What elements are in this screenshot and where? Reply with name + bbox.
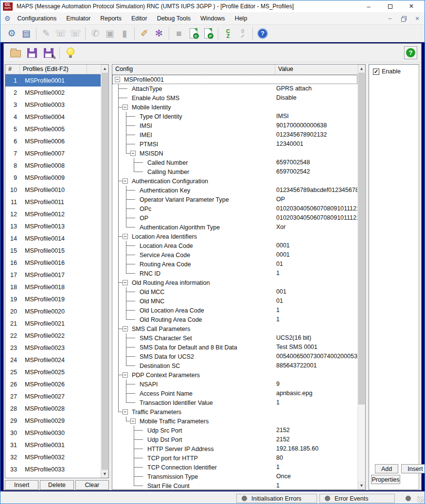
tree-row[interactable]: Authentication Configuration [112, 176, 357, 186]
profiles-scrollbar[interactable]: ▲ ▼ [101, 65, 108, 478]
tree-row[interactable]: Service Area Code0001 [112, 250, 357, 260]
tree-collapse-box-icon[interactable] [123, 104, 128, 110]
save-profile-button[interactable] [25, 46, 39, 60]
tree-row[interactable]: Authentication Key0123456789abcdef012345… [112, 186, 357, 195]
menu-windows[interactable]: Windows [195, 13, 230, 24]
tips-button[interactable] [64, 46, 77, 60]
enable-checkbox[interactable]: ✓ [373, 69, 379, 75]
tree-scrollbar[interactable]: ▲ ▼ [357, 65, 365, 489]
insert-button[interactable]: Insert [5, 480, 38, 490]
tree-row[interactable]: Mobile Traffic Parameters [112, 417, 357, 426]
close-button[interactable]: × [407, 2, 416, 11]
scrollbar-thumb[interactable] [358, 73, 365, 404]
tree-row[interactable]: SMS Data for UCS200540065007300740020005… [112, 352, 357, 361]
profile-list-row[interactable]: 27MSProfile0027 [5, 390, 101, 402]
tree-collapse-box-icon[interactable] [130, 151, 136, 156]
edit-script-icon[interactable]: ✎ [39, 27, 53, 40]
pause-square-icon[interactable]: ■ [172, 27, 186, 40]
scroll-down-arrow-icon[interactable]: ▼ [358, 482, 365, 489]
outgoing-call-icon[interactable]: ☏ [53, 27, 68, 40]
profile-list-row[interactable]: 12MSProfile0012 [5, 208, 101, 220]
profile-list-row[interactable]: 8MSProfile0008 [5, 159, 101, 172]
scrollbar-thumb[interactable] [102, 73, 108, 469]
profile-list-row[interactable]: 32MSProfile0032 [5, 451, 101, 463]
profile-list-row[interactable]: 25MSProfile0025 [5, 366, 101, 378]
tree-row[interactable]: Authentication Algorithm TypeXor [112, 223, 357, 232]
tree-row[interactable]: Transmission TypeOnce [112, 472, 357, 481]
mdi-restore-button[interactable] [400, 15, 407, 22]
menu-reports[interactable]: Reports [95, 13, 126, 24]
tree-row[interactable]: SMS Character SetUCS2(16 bit) [112, 333, 357, 343]
profile-list-row[interactable]: 24MSProfile0024 [5, 354, 101, 366]
tree-row[interactable]: OP0102030405060708091011121... [112, 213, 357, 223]
profile-list-row[interactable]: 9MSProfile0009 [5, 172, 101, 184]
tree-row[interactable]: Called Number6597002548 [112, 158, 357, 167]
tree-row[interactable]: HTTP Server IP Address192.168.185.60 [112, 444, 357, 453]
tree-row[interactable]: NSAPI9 [112, 380, 357, 389]
menu-emulator[interactable]: Emulator [61, 13, 95, 24]
mdi-close-button[interactable]: × [414, 15, 421, 22]
insert-right-button[interactable]: Insert [401, 464, 425, 473]
profile-list-row[interactable]: 21MSProfile0021 [5, 317, 101, 330]
tree-row[interactable]: Destination SC885643722001 [112, 361, 357, 370]
tree-row[interactable]: PDP Context Parameters [112, 370, 357, 380]
profile-list-row[interactable]: 26MSProfile0026 [5, 378, 101, 390]
tree-row[interactable]: Start File Count1 [112, 481, 357, 489]
menu-debug-tools[interactable]: Debug Tools [152, 13, 195, 24]
profile-list-row[interactable]: 31MSProfile0031 [5, 439, 101, 451]
tree-row[interactable]: SMS Data for Default and 8 Bit DataTest … [112, 343, 357, 352]
profile-list-row[interactable]: 1MSProfile0001 [5, 74, 101, 87]
profile-list-row[interactable]: 20MSProfile0020 [5, 305, 101, 317]
tree-row[interactable]: Location Area Code0001 [112, 241, 357, 250]
profile-list-row[interactable]: 22MSProfile0022 [5, 330, 101, 342]
tree-row[interactable]: Old Routing Area information [112, 278, 357, 287]
tree-row[interactable]: Transaction Identifier Value1 [112, 398, 357, 407]
tree-row[interactable]: Access Point Nameapnbasic.epg [112, 389, 357, 398]
profile-list-row[interactable]: 23MSProfile0023 [5, 342, 101, 354]
tree-collapse-box-icon[interactable] [130, 418, 136, 424]
cz-sequence-icon[interactable]: CZ [221, 27, 235, 40]
value-column-header[interactable]: Value [275, 65, 357, 75]
scroll-down-arrow-icon[interactable]: ▼ [101, 470, 108, 478]
profiles-col-number[interactable]: # [5, 65, 20, 74]
call-events-log-icon[interactable]: C [186, 27, 201, 40]
stop-icon[interactable]: ▮ [117, 27, 132, 40]
profile-list-row[interactable]: 16MSProfile0016 [5, 257, 101, 269]
tree-collapse-box-icon[interactable] [123, 234, 128, 239]
tree-collapse-box-icon[interactable] [123, 280, 128, 285]
menu-editor[interactable]: Editor [126, 13, 152, 24]
tree-row[interactable]: RNC ID1 [112, 269, 357, 278]
tree-row[interactable]: Old Location Area Code1 [112, 306, 357, 315]
tree-row[interactable]: Enable Auto SMSDisable [112, 93, 357, 103]
profile-list-row[interactable]: 29MSProfile0029 [5, 415, 101, 427]
add-button[interactable]: Add [375, 464, 398, 473]
tree-collapse-box-icon[interactable] [115, 77, 120, 82]
scroll-up-arrow-icon[interactable]: ▲ [358, 65, 365, 72]
place-call-icon[interactable]: ✆ [88, 27, 103, 40]
save-as-profile-button[interactable]: ✎ [42, 46, 55, 60]
profile-list-row[interactable]: 15MSProfile0015 [5, 244, 101, 257]
bind-case-icon[interactable]: ▣ [103, 27, 117, 40]
tree-row[interactable]: TCP port for HTTP80 [112, 453, 357, 463]
profile-list-row[interactable]: 6MSProfile0006 [5, 135, 101, 147]
clear-button[interactable]: Clear [75, 480, 109, 490]
profile-list-row[interactable]: 28MSProfile0028 [5, 402, 101, 415]
resize-grip[interactable] [417, 496, 424, 503]
tree-row[interactable]: SMS Call Parameters [112, 324, 357, 333]
tree-row[interactable]: AttachTypeGPRS attach [112, 84, 357, 93]
help-icon[interactable]: ? [255, 27, 270, 40]
scroll-up-arrow-icon[interactable]: ▲ [101, 65, 108, 72]
minimize-button[interactable]: – [364, 2, 373, 11]
message-editor-pencil-icon[interactable]: ✐ [137, 27, 152, 40]
profile-list-row[interactable]: 19MSProfile0019 [5, 293, 101, 305]
tree-row[interactable]: Old Routing Area Code1 [112, 315, 357, 324]
tree-row[interactable]: Old MCC001 [112, 287, 357, 296]
tree-row[interactable]: Calling Number6597002542 [112, 167, 357, 176]
config-column-header[interactable]: Config [112, 65, 275, 75]
tree-collapse-box-icon[interactable] [123, 409, 128, 415]
tree-row[interactable]: Traffic Parameters [112, 407, 357, 417]
tree-collapse-box-icon[interactable] [123, 178, 128, 184]
profile-list-row[interactable]: 7MSProfile0007 [5, 147, 101, 159]
profiles-col-name[interactable]: Profiles (Edit-F2) [20, 65, 87, 74]
tree-row[interactable]: Type Of IdentityIMSI [112, 112, 357, 121]
